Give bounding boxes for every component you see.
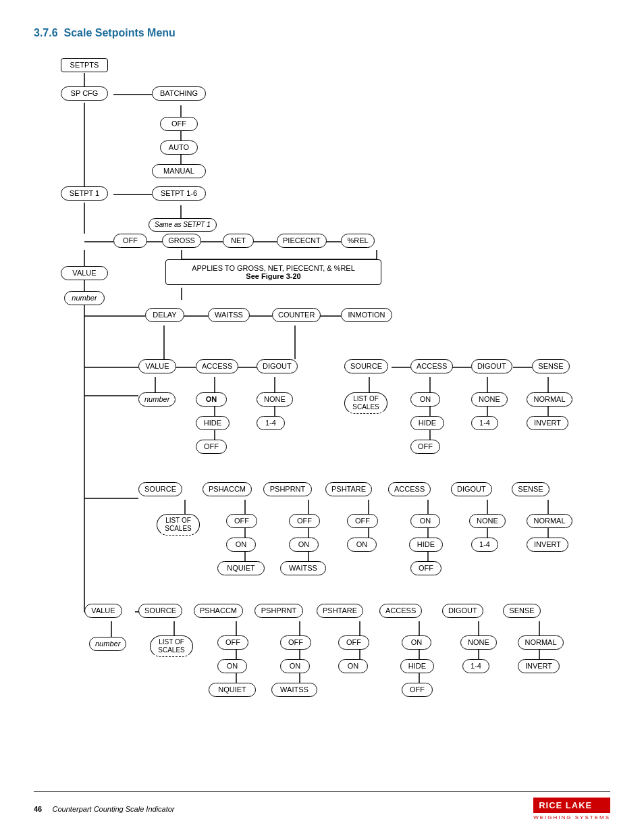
node-off-pshprnt-im: OFF: [289, 514, 320, 528]
node-on-pshprnt-b: ON: [280, 659, 310, 673]
node-invert-sense-b: INVERT: [518, 659, 560, 673]
node-auto: AUTO: [160, 140, 198, 155]
node-number-main: number: [64, 291, 105, 305]
node-one-four-digout-im: 1-4: [471, 538, 498, 552]
node-source-inmotion: SOURCE: [138, 482, 182, 496]
node-net: NET: [223, 234, 254, 248]
node-nquiet-b: NQUIET: [209, 683, 256, 697]
node-invert-counter: INVERT: [527, 416, 568, 430]
node-off-pshaccm-b: OFF: [217, 635, 248, 650]
node-hide-access-im: HIDE: [409, 538, 443, 552]
node-waitss: WAITSS: [208, 308, 250, 322]
node-none-delay: NONE: [257, 392, 293, 407]
node-sense-bottom: SENSE: [503, 604, 541, 618]
info-line2: See Figure 3-20: [173, 272, 374, 280]
node-setpt1: SETPT 1: [61, 186, 108, 201]
node-normal-sense-b: NORMAL: [518, 635, 564, 650]
logo-area: RICE LAKE WEIGHING SYSTEMS: [533, 798, 610, 820]
footer-left: 46 Counterpart Counting Scale Indicator: [34, 805, 175, 813]
node-on-delay: ON: [196, 392, 227, 407]
info-box: APPLIES TO GROSS, NET, PIECECNT, & %REL …: [165, 259, 381, 285]
node-on-pshaccm-im: ON: [226, 538, 256, 552]
node-hide-access-b: HIDE: [400, 659, 434, 673]
node-normal-counter: NORMAL: [527, 392, 572, 407]
node-pshaccm-inmotion: PSHACCM: [203, 482, 252, 496]
node-digout-counter: DIGOUT: [471, 359, 512, 373]
node-off-counter: OFF: [410, 440, 440, 454]
node-off-type: OFF: [113, 234, 147, 248]
node-invert-sense-im: INVERT: [527, 538, 568, 552]
page-number: 46: [34, 805, 42, 813]
node-manual: MANUAL: [152, 164, 206, 178]
node-pshprnt-bottom: PSHPRNT: [254, 604, 303, 618]
node-setpts: SETPTS: [61, 58, 108, 72]
node-on-pshtare-im: ON: [347, 538, 377, 552]
node-gross: GROSS: [162, 234, 201, 248]
node-on-pshtare-b: ON: [338, 659, 368, 673]
node-waitss-pshprnt-im: WAITSS: [280, 561, 326, 575]
doc-title: Counterpart Counting Scale Indicator: [53, 805, 175, 813]
node-batching: BATCHING: [152, 86, 206, 101]
node-counter: COUNTER: [272, 308, 321, 322]
node-same-as: Same as SETPT 1: [149, 218, 217, 232]
node-one-four-counter: 1-4: [471, 416, 498, 430]
node-value-bottom: VALUE: [84, 604, 122, 618]
node-number-delay: number: [138, 392, 176, 407]
node-piececnt: PIECECNT: [277, 234, 327, 248]
node-access-bottom: ACCESS: [379, 604, 422, 618]
node-sense-inmotion: SENSE: [512, 482, 549, 496]
node-access-inmotion: ACCESS: [388, 482, 431, 496]
node-pshprnt-inmotion: PSHPRNT: [263, 482, 312, 496]
node-nquiet-pshaccm-im: NQUIET: [217, 561, 265, 575]
node-none-digout-b: NONE: [460, 635, 497, 650]
node-digout-delay: DIGOUT: [257, 359, 298, 373]
node-sense-counter: SENSE: [532, 359, 570, 373]
node-off-pshtare-b: OFF: [338, 635, 369, 650]
node-off-access-b: OFF: [402, 683, 433, 697]
footer: 46 Counterpart Counting Scale Indicator …: [34, 791, 610, 820]
section-number: 3.7.6: [34, 27, 58, 38]
node-on-pshaccm-b: ON: [217, 659, 247, 673]
node-source-bottom: SOURCE: [138, 604, 182, 618]
node-none-digout-im: NONE: [469, 514, 506, 528]
node-access-delay: ACCESS: [196, 359, 238, 373]
node-value-delay: VALUE: [138, 359, 176, 373]
node-on-counter: ON: [410, 392, 440, 407]
node-access-counter: ACCESS: [410, 359, 453, 373]
node-pct-rel: %REL: [341, 234, 375, 248]
node-pshtare-bottom: PSHTARE: [317, 604, 363, 618]
node-on-access-im: ON: [410, 514, 440, 528]
node-one-four-delay: 1-4: [257, 416, 285, 430]
node-off-pshprnt-b: OFF: [280, 635, 311, 650]
node-pshaccm-bottom: PSHACCM: [194, 604, 243, 618]
node-value-main: VALUE: [61, 266, 108, 280]
node-off-access-im: OFF: [410, 561, 441, 575]
node-number-bottom: number: [89, 637, 126, 651]
node-none-counter: NONE: [471, 392, 508, 407]
info-line1: APPLIES TO GROSS, NET, PIECECNT, & %REL: [173, 264, 374, 272]
diagram: SETPTS SP CFG BATCHING OFF AUTO MANUAL S…: [34, 51, 614, 781]
node-off-pshtare-im: OFF: [347, 514, 378, 528]
node-inmotion: INMOTION: [341, 308, 392, 322]
node-list-scales-inmotion: LIST OF SCALES: [157, 514, 200, 536]
node-delay: DELAY: [145, 308, 184, 322]
node-pshtare-inmotion: PSHTARE: [325, 482, 372, 496]
node-list-scales-counter: LIST OF SCALES: [344, 392, 387, 414]
logo-text: RICE LAKE: [533, 798, 610, 813]
node-digout-bottom: DIGOUT: [442, 604, 483, 618]
node-off-pshaccm-im: OFF: [226, 514, 257, 528]
node-one-four-digout-b: 1-4: [462, 659, 489, 673]
node-list-scales-bottom: LIST OF SCALES: [150, 635, 193, 657]
node-digout-inmotion: DIGOUT: [451, 482, 492, 496]
node-hide-counter: HIDE: [410, 416, 444, 430]
node-off-delay: OFF: [196, 440, 227, 454]
logo-sub: WEIGHING SYSTEMS: [533, 814, 610, 820]
node-off-batch: OFF: [160, 117, 198, 131]
node-waitss-b: WAITSS: [271, 683, 317, 697]
section-heading: Scale Setpoints Menu: [63, 27, 175, 38]
node-normal-sense-im: NORMAL: [527, 514, 572, 528]
section-title: 3.7.6 Scale Setpoints Menu: [34, 27, 610, 39]
node-on-pshprnt-im: ON: [289, 538, 319, 552]
node-on-access-b: ON: [402, 635, 431, 650]
node-hide-delay: HIDE: [196, 416, 230, 430]
